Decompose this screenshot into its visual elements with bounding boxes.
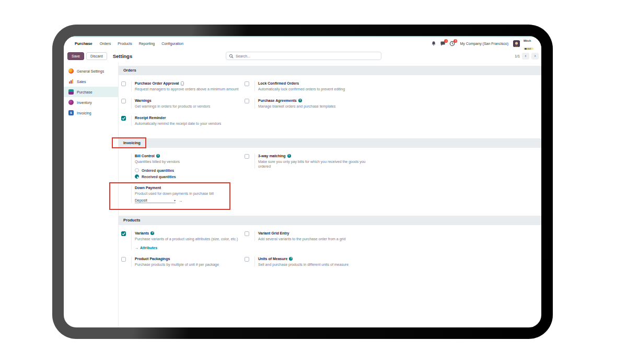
section-orders: Orders Purchase Order Approval Request m… [119,66,541,126]
help-icon[interactable]: ? [150,231,154,235]
general-settings-icon [68,68,74,74]
setting-warnings: Warnings Get warnings in orders for prod… [121,98,245,109]
warnings-checkbox[interactable] [121,99,126,103]
setting-purchase-order-approval: Purchase Order Approval Request managers… [121,81,245,91]
sales-icon [68,79,74,84]
messages-icon[interactable]: 1 [440,41,446,46]
variant-grid-entry-checkbox[interactable] [245,231,249,236]
link-arrow-icon: → [135,246,138,250]
attributes-link[interactable]: → Attributes [135,246,245,250]
chevron-down-icon: ▾ [174,198,176,202]
section-products: Products Variants? Purchase variants of … [119,216,541,267]
user-avatar[interactable] [513,40,520,47]
user-name: Mitch [524,39,531,42]
settings-body: General Settings Sales Purchase Inventor… [64,62,541,327]
nav-item-reporting[interactable]: Reporting [139,42,155,45]
purchase-order-approval-checkbox[interactable] [121,81,126,86]
setting-units-of-measure: Units of Measure? Sell and purchase prod… [245,256,368,267]
pager-count: 1/1 [515,54,520,58]
top-navbar: Purchase Orders Products Reporting Confi… [64,37,541,50]
sidebar-item-invoicing[interactable]: $ Invoicing [64,108,118,118]
search-input[interactable] [236,54,378,58]
receipt-reminder-checkbox[interactable] [121,116,126,121]
search-bar[interactable] [226,52,381,60]
down-payment-product-select[interactable]: Deposit ▾ [135,198,176,203]
purchase-icon [68,89,74,95]
enterprise-mobile-icon [181,81,184,86]
pager: 1/1 ‹ › [515,53,539,60]
internal-link-arrow-icon[interactable]: → [178,199,182,203]
nav-item-configuration[interactable]: Configuration [161,42,183,45]
activities-badge: 5 [454,39,457,43]
help-icon[interactable]: ? [298,99,302,102]
sidebar-item-general-settings[interactable]: General Settings [64,66,118,76]
section-header-invoicing: Invoicing [119,138,541,148]
sidebar-item-sales[interactable]: Sales [64,76,118,87]
setting-product-packagings: Product Packagings Purchase products by … [121,256,245,267]
nav-item-orders[interactable]: Orders [100,42,111,45]
three-way-matching-checkbox[interactable] [245,154,249,159]
setting-bill-control: Bill Control? Quantities billed by vendo… [121,154,245,179]
company-switcher[interactable]: My Company (San Francisco) [460,42,508,45]
help-icon[interactable]: ? [287,154,291,158]
nav-item-products[interactable]: Products [118,42,132,45]
search-icon [229,54,234,58]
pager-next-button[interactable]: › [531,53,539,60]
product-packagings-checkbox[interactable] [121,257,126,262]
radio-ordered-quantities[interactable]: Ordered quantities [135,168,245,172]
save-button[interactable]: Save [67,52,84,60]
section-header-orders: Orders [119,66,541,75]
variants-checkbox[interactable] [121,231,126,236]
setting-down-payment: Down Payment Product used for down payme… [121,185,245,203]
settings-sidebar: General Settings Sales Purchase Inventor… [64,62,119,327]
setting-purchase-agreements: Purchase Agreements? Manage blanket orde… [245,98,368,109]
setting-three-way-matching: 3-way matching? Make sure you only pay b… [245,154,368,179]
received-quantities-radio[interactable] [135,174,139,179]
activities-clock-icon[interactable]: 5 [449,41,455,46]
app-menu-purchase[interactable]: Purchase [75,41,92,46]
purchase-agreements-checkbox[interactable] [245,99,249,103]
setting-lock-confirmed-orders: Lock Confirmed Orders Automatically lock… [245,81,368,91]
units-of-measure-checkbox[interactable] [245,257,249,262]
help-icon[interactable]: ? [156,154,160,158]
invoicing-icon: $ [68,110,74,115]
section-header-products: Products [119,216,541,225]
sidebar-item-purchase[interactable]: Purchase [64,87,118,97]
odoo-app-window: Purchase Orders Products Reporting Confi… [64,36,541,327]
setting-variants: Variants? Purchase variants of a product… [121,231,245,250]
lock-confirmed-orders-checkbox[interactable] [245,81,249,86]
settings-main: Orders Purchase Order Approval Request m… [119,62,541,327]
control-panel: Save Discard Settings 1/1 ‹ › [64,50,541,62]
radio-received-quantities[interactable]: Received quantities [135,174,245,179]
setting-variant-grid-entry: Variant Grid Entry Add several variants … [245,231,368,250]
pager-previous-button[interactable]: ‹ [522,53,529,60]
help-icon[interactable]: ? [289,257,293,261]
inventory-icon [68,100,74,105]
page-title: Settings [113,53,132,59]
discard-button[interactable]: Discard [86,52,107,60]
messages-badge: 1 [444,39,448,43]
section-invoicing: Invoicing Bill Control? Quantities bille… [119,138,541,203]
ordered-quantities-radio[interactable] [135,168,139,172]
setting-receipt-reminder: Receipt Reminder Automatically remind th… [121,115,245,126]
bell-icon[interactable] [431,41,436,46]
laptop-frame: Purchase Orders Products Reporting Confi… [52,25,553,339]
sidebar-item-inventory[interactable]: Inventory [64,97,118,108]
